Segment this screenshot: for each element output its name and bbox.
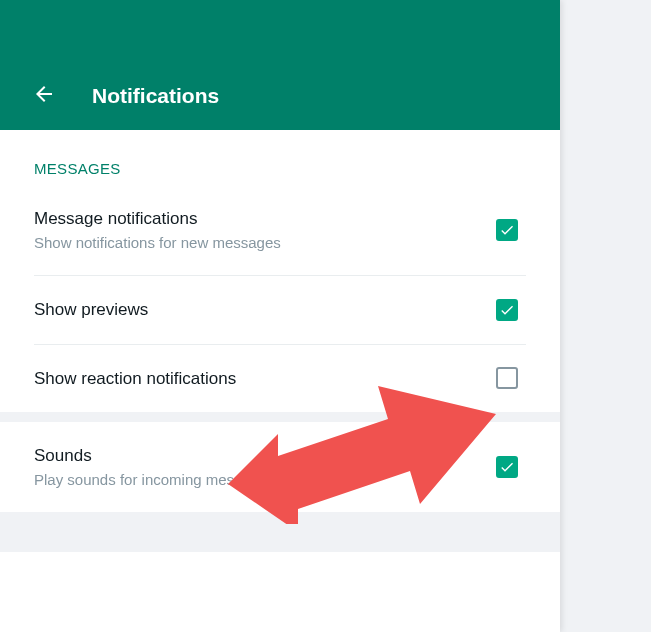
back-arrow-icon[interactable] — [30, 80, 58, 108]
settings-panel: Notifications MESSAGES Message notificat… — [0, 0, 560, 632]
row-message-notifications[interactable]: Message notifications Show notifications… — [34, 185, 526, 276]
row-text: Sounds Play sounds for incoming messages — [34, 444, 496, 490]
row-sounds[interactable]: Sounds Play sounds for incoming messages — [34, 422, 526, 512]
row-title: Message notifications — [34, 207, 496, 231]
row-title: Show previews — [34, 298, 496, 322]
row-show-previews[interactable]: Show previews — [34, 276, 526, 345]
row-text: Show reaction notifications — [34, 367, 496, 391]
row-text: Message notifications Show notifications… — [34, 207, 496, 253]
section-gap — [0, 512, 560, 552]
message-notifications-checkbox[interactable] — [496, 219, 518, 241]
page-title: Notifications — [92, 84, 219, 108]
row-text: Show previews — [34, 298, 496, 322]
row-show-reaction-notifications[interactable]: Show reaction notifications — [34, 345, 526, 413]
section-gap — [0, 412, 560, 422]
sounds-section: Sounds Play sounds for incoming messages — [0, 422, 560, 512]
row-title: Show reaction notifications — [34, 367, 496, 391]
row-subtitle: Play sounds for incoming messages — [34, 469, 496, 490]
row-title: Sounds — [34, 444, 496, 468]
sounds-checkbox[interactable] — [496, 456, 518, 478]
section-label-messages: MESSAGES — [34, 130, 526, 185]
header: Notifications — [0, 0, 560, 130]
show-previews-checkbox[interactable] — [496, 299, 518, 321]
show-reaction-notifications-checkbox[interactable] — [496, 367, 518, 389]
messages-section: MESSAGES Message notifications Show noti… — [0, 130, 560, 412]
row-subtitle: Show notifications for new messages — [34, 232, 496, 253]
